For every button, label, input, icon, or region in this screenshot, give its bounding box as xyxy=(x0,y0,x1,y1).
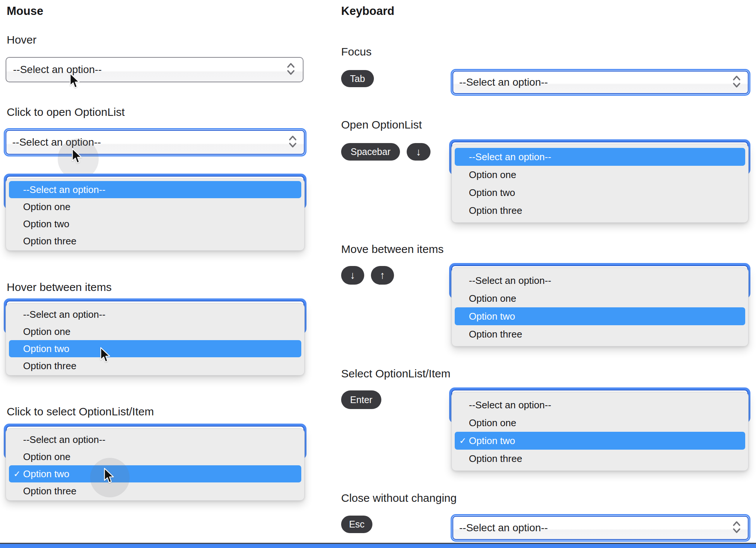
option-item[interactable]: Option three xyxy=(6,232,304,250)
optionlist-open: --Select an option-- Option one Option t… xyxy=(451,144,749,223)
option-item[interactable]: Option three xyxy=(452,202,748,219)
section-label-move-between: Move between items xyxy=(341,243,444,256)
bottom-focus-bar xyxy=(0,543,756,548)
option-item[interactable]: Option one xyxy=(452,289,748,307)
section-label-click-select: Click to select OptionList/Item xyxy=(7,405,154,418)
key-badge-esc: Esc xyxy=(341,516,372,533)
select-value: --Select an option-- xyxy=(459,76,548,88)
select-value: --Select an option-- xyxy=(459,522,548,534)
select-value: --Select an option-- xyxy=(13,64,102,76)
option-item[interactable]: Option one xyxy=(6,198,304,215)
cursor-icon xyxy=(104,468,114,484)
section-label-open-optionlist: Open OptionList xyxy=(341,118,422,131)
checkmark-icon: ✓ xyxy=(13,469,20,479)
key-badge-tab: Tab xyxy=(341,70,374,87)
optionlist-click-select: --Select an option-- Option one ✓ Option… xyxy=(6,428,305,501)
key-badge-arrow-down: ↓ xyxy=(341,266,364,285)
cursor-icon xyxy=(72,148,82,164)
option-item-selected[interactable]: ✓ Option two xyxy=(9,465,301,482)
option-item[interactable]: Option two xyxy=(455,307,745,325)
option-item[interactable]: Option one xyxy=(6,448,304,465)
chevron-up-down-icon xyxy=(288,134,297,150)
chevron-up-down-icon xyxy=(732,75,741,90)
section-label-close: Close without changing xyxy=(341,492,457,504)
optionlist-hover-between: --Select an option-- Option one Option t… xyxy=(6,303,305,376)
page: Mouse Hover --Select an option-- Click t… xyxy=(0,0,756,548)
section-label-click-open: Click to open OptionList xyxy=(7,106,125,118)
option-item[interactable]: --Select an option-- xyxy=(6,306,304,323)
section-label-hover-between: Hover between items xyxy=(7,281,112,294)
option-item[interactable]: Option three xyxy=(452,325,748,343)
option-item[interactable]: Option two xyxy=(9,340,301,357)
chevron-up-down-icon xyxy=(286,62,295,77)
chevron-up-down-icon xyxy=(732,520,741,536)
key-badge-enter: Enter xyxy=(341,390,381,409)
optionlist-click-open: --Select an option-- Option one Option t… xyxy=(6,178,305,251)
option-item[interactable]: Option one xyxy=(6,323,304,340)
checkmark-icon: ✓ xyxy=(459,436,466,446)
option-item[interactable]: Option one xyxy=(452,166,748,184)
key-badge-spacebar: Spacebar xyxy=(341,143,400,161)
option-item[interactable]: Option three xyxy=(6,357,304,374)
optionlist-select-item: --Select an option-- Option one ✓ Option… xyxy=(451,392,749,471)
select-focus[interactable]: --Select an option-- xyxy=(451,69,750,96)
option-item[interactable]: Option one xyxy=(452,414,748,432)
select-click-open[interactable]: --Select an option-- xyxy=(4,128,306,156)
option-item[interactable]: Option three xyxy=(452,450,748,468)
option-item[interactable]: --Select an option-- xyxy=(9,181,301,198)
optionlist-move-between: --Select an option-- Option one Option t… xyxy=(451,267,749,346)
option-item-selected[interactable]: ✓ Option two xyxy=(455,432,745,450)
option-item[interactable]: Option two xyxy=(6,215,304,232)
key-badge-arrow-up: ↑ xyxy=(371,266,394,285)
mouse-column-title: Mouse xyxy=(7,4,43,18)
option-item[interactable]: Option two xyxy=(452,184,748,202)
select-close[interactable]: --Select an option-- xyxy=(451,514,750,542)
option-item[interactable]: --Select an option-- xyxy=(6,431,304,448)
section-label-focus: Focus xyxy=(341,45,372,58)
option-item[interactable]: --Select an option-- xyxy=(452,396,748,414)
keyboard-column-title: Keyboard xyxy=(341,4,394,18)
section-label-select-item: Select OptionList/Item xyxy=(341,367,450,380)
select-hover[interactable]: --Select an option-- xyxy=(6,57,304,82)
option-item[interactable]: --Select an option-- xyxy=(455,148,745,166)
option-item[interactable]: Option three xyxy=(6,482,304,500)
cursor-icon xyxy=(100,347,110,363)
option-item[interactable]: --Select an option-- xyxy=(452,272,748,289)
key-badge-arrow-down: ↓ xyxy=(407,143,431,161)
cursor-icon xyxy=(69,73,80,89)
section-label-hover: Hover xyxy=(7,34,36,46)
